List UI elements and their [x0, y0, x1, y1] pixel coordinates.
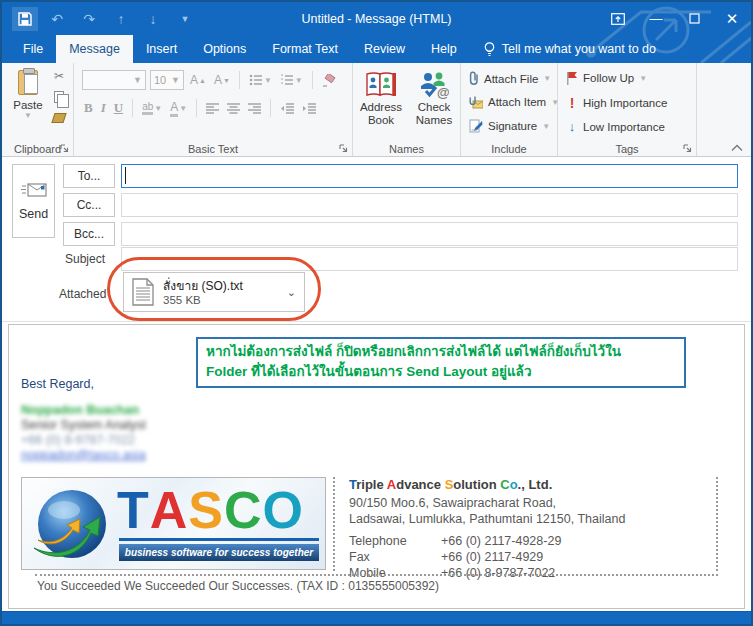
tab-file[interactable]: File: [10, 35, 56, 63]
include-group-label: Include: [461, 143, 557, 155]
tab-insert[interactable]: Insert: [133, 35, 190, 63]
minimize-icon[interactable]: —: [637, 4, 675, 34]
tasco-wordmark: TASCO: [117, 482, 304, 538]
outlook-message-window: ↶ ↷ ↑ ↓ ▼ Untitled - Message (HTML) — ✕ …: [0, 0, 753, 626]
tell-me-box[interactable]: Tell me what you want to do: [484, 35, 656, 63]
font-size-value: 10: [154, 74, 166, 86]
save-icon[interactable]: [12, 7, 38, 31]
message-body[interactable]: หากไม่ต้องการส่งไฟล์ ก็ปิดหรือยกเลิกการส…: [8, 324, 745, 609]
cc-button[interactable]: Cc...: [63, 193, 115, 217]
company-address-line1: 90/150 Moo.6, Sawaipracharat Road,: [349, 495, 625, 511]
bcc-button[interactable]: Bcc...: [63, 222, 115, 246]
thai-note-line2: Folder ที่ได้เลือกไว้ในขั้นตอนการ Send L…: [206, 364, 531, 379]
address-book-icon: [365, 69, 397, 101]
tell-me-label: Tell me what you want to do: [502, 42, 656, 56]
next-item-icon[interactable]: ↓: [140, 7, 166, 31]
paste-button[interactable]: Paste ▼: [8, 67, 48, 139]
format-painter-icon[interactable]: [50, 110, 68, 126]
redacted-sender-phone: +66 (0) 8-9787-7022: [21, 433, 146, 448]
font-name-combobox[interactable]: ▼: [82, 70, 146, 90]
tab-format-text[interactable]: Format Text: [259, 35, 351, 63]
send-envelope-icon: [21, 181, 47, 199]
signature-button[interactable]: Signature▼: [469, 119, 550, 133]
low-importance-button[interactable]: ↓ Low Importance: [566, 119, 665, 134]
greeting-text: Best Regard,: [21, 377, 94, 391]
group-include: Attach File▼ Attach Item▼ Signature▼ Inc…: [461, 63, 558, 156]
follow-up-button[interactable]: Follow Up▼: [566, 71, 647, 85]
clipboard-dialog-launcher-icon[interactable]: [59, 143, 70, 154]
ribbon-tab-row: File Message Insert Options Format Text …: [2, 35, 751, 63]
tab-review[interactable]: Review: [351, 35, 418, 63]
lightbulb-icon: [484, 42, 495, 57]
group-basic-text: ▼ 10▼ A▲ A▼ ▼ ▼ B I: [74, 63, 353, 156]
redo-icon[interactable]: ↷: [76, 7, 102, 31]
text-cursor: [125, 167, 126, 184]
basic-text-dialog-launcher-icon[interactable]: [338, 143, 349, 154]
tab-message[interactable]: Message: [56, 35, 133, 63]
copy-icon[interactable]: [50, 89, 68, 105]
attach-file-button[interactable]: Attach File▼: [469, 71, 551, 86]
tasco-logo-box: TASCO business software for success toge…: [21, 477, 326, 570]
group-names: AddressBook @ CheckNames Names: [353, 63, 461, 156]
thai-note-box: หากไม่ต้องการส่งไฟล์ ก็ปิดหรือยกเลิกการส…: [196, 337, 686, 388]
group-clipboard: Paste ▼ ✂ Clipboard: [2, 63, 74, 156]
check-names-button[interactable]: @ CheckNames: [409, 69, 459, 127]
contact-row: Telephone+66 (0) 2117-4928-29: [349, 533, 625, 549]
attach-item-button[interactable]: Attach Item▼: [469, 95, 559, 109]
bold-icon[interactable]: B: [82, 100, 95, 116]
text-highlight-icon[interactable]: ab▼: [140, 101, 164, 115]
paste-clipboard-icon: [18, 70, 38, 95]
align-right-icon[interactable]: [246, 103, 263, 114]
increase-indent-icon[interactable]: [300, 103, 318, 114]
high-importance-icon: !: [566, 95, 578, 111]
attachment-chip[interactable]: สั่งขาย (SO).txt 355 KB ⌄: [123, 272, 305, 312]
cut-icon[interactable]: ✂: [50, 68, 68, 84]
paste-label: Paste: [13, 99, 42, 111]
to-input[interactable]: [121, 164, 738, 188]
numbering-icon[interactable]: ▼: [278, 74, 305, 86]
decrease-indent-icon[interactable]: [278, 103, 296, 114]
subject-input[interactable]: [121, 247, 738, 271]
high-importance-button[interactable]: ! High Importance: [566, 95, 667, 111]
svg-text:@: @: [437, 85, 449, 99]
bcc-input[interactable]: [121, 222, 738, 246]
attach-item-icon: [469, 95, 483, 109]
redacted-signature-block: Noppadon Buachan Senior System Analyst +…: [21, 403, 146, 463]
bullets-icon[interactable]: ▼: [247, 74, 274, 86]
customize-quick-access-icon[interactable]: ▼: [172, 7, 198, 31]
check-names-icon: @: [419, 69, 449, 101]
message-header-form: Send To... Cc... Bcc... Subject Attached…: [2, 157, 751, 322]
font-size-combobox[interactable]: 10▼: [150, 70, 184, 90]
group-tags: Follow Up▼ ! High Importance ↓ Low Impor…: [558, 63, 697, 156]
ribbon-display-options-icon[interactable]: [599, 4, 637, 34]
underline-icon[interactable]: U: [112, 100, 125, 116]
italic-icon[interactable]: I: [99, 100, 108, 116]
tab-help[interactable]: Help: [418, 35, 470, 63]
maximize-icon[interactable]: [675, 4, 713, 34]
attachment-chevron-icon[interactable]: ⌄: [287, 286, 296, 299]
tasco-underline-bar: [119, 538, 319, 541]
attached-label: Attached: [59, 287, 106, 301]
paste-dropdown-icon: ▼: [24, 111, 32, 120]
font-color-icon[interactable]: A▼: [168, 100, 189, 117]
tags-dialog-launcher-icon[interactable]: [682, 143, 693, 154]
grow-font-icon[interactable]: A▲: [188, 73, 208, 87]
address-book-button[interactable]: AddressBook: [356, 69, 406, 127]
company-name: Triple Advance Solution Co., Ltd.: [349, 477, 625, 492]
collapse-ribbon-icon[interactable]: [731, 144, 743, 152]
align-center-icon[interactable]: [225, 103, 242, 114]
company-address-line2: Ladsawai, Lumlukka, Pathumtani 12150, Th…: [349, 511, 625, 527]
shrink-font-icon[interactable]: A▼: [212, 73, 232, 87]
clear-formatting-icon[interactable]: [320, 74, 338, 87]
cc-input[interactable]: [121, 193, 738, 217]
close-icon[interactable]: ✕: [713, 4, 751, 34]
attachment-size: 355 KB: [163, 294, 243, 306]
previous-item-icon[interactable]: ↑: [108, 7, 134, 31]
to-button[interactable]: To...: [63, 164, 115, 188]
dotted-separator-horizontal: [35, 574, 718, 576]
send-button[interactable]: Send: [12, 164, 55, 238]
undo-icon[interactable]: ↶: [44, 7, 70, 31]
align-left-icon[interactable]: [204, 103, 221, 114]
tab-options[interactable]: Options: [190, 35, 259, 63]
attachment-file-icon: [132, 278, 154, 306]
